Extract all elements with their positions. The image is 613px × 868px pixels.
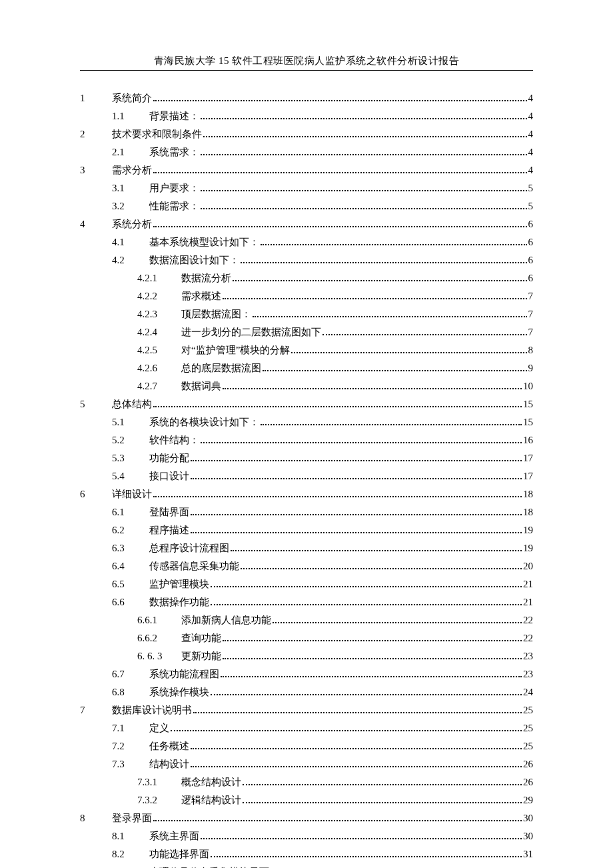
toc-leader-dots [211,586,522,587]
toc-row[interactable]: 6详细设计18 [80,485,533,503]
toc-page-number: 23 [523,647,533,665]
toc-page-number: 30 [523,827,533,845]
toc-row[interactable]: 5.2软件结构：16 [80,431,533,449]
toc-leader-dots [153,100,527,101]
toc-row[interactable]: 4.2.1数据流分析6 [80,269,533,287]
toc-row[interactable]: 6.5监护管理模块21 [80,575,533,593]
toc-row[interactable]: 3.2性能需求：5 [80,197,533,215]
toc-row[interactable]: 5.3功能分配17 [80,449,533,467]
toc-leader-dots [273,622,522,623]
toc-row[interactable]: 7.3.2逻辑结构设计29 [80,791,533,809]
toc-leader-dots [201,208,527,209]
toc-title: 数据流图设计如下： [149,251,239,269]
toc-row[interactable]: 6.6数据操作功能21 [80,593,533,611]
toc-row[interactable]: 4.2数据流图设计如下：6 [80,251,533,269]
toc-leader-dots [201,190,527,191]
toc-row[interactable]: 8.1系统主界面30 [80,827,533,845]
toc-row[interactable]: 4.2.6总的底层数据流图9 [80,359,533,377]
toc-page-number: 25 [523,701,533,719]
toc-row[interactable]: 6.4传感器信息采集功能20 [80,557,533,575]
toc-number: 5.1 [112,413,133,431]
toc-row[interactable]: 6. 6. 3更新功能23 [80,647,533,665]
toc-row[interactable]: 3需求分析4 [80,161,533,179]
document-page: 青海民族大学 15 软件工程班医院病人监护系统之软件分析设计报告 1系统简介41… [0,0,613,868]
toc-number: 4 [80,215,112,233]
toc-row[interactable]: 8登录界面30 [80,809,533,827]
toc-row[interactable]: 4.2.2需求概述7 [80,287,533,305]
toc-page-number: 21 [523,593,533,611]
toc-row[interactable]: 4.2.3顶层数据流图：7 [80,305,533,323]
toc-number: 4.2.5 [137,341,169,359]
toc-page-number: 4 [528,107,534,125]
toc-number: 3.2 [112,197,133,215]
toc-row[interactable]: 4.2.4进一步划分的二层数据流图如下7 [80,323,533,341]
toc-row[interactable]: 8.3生理信号信息采集模块界面31 [80,863,533,868]
toc-page-number: 23 [523,665,533,683]
toc-row[interactable]: 6.8系统操作模块24 [80,683,533,701]
toc-title: 系统简介 [112,89,152,107]
toc-number: 5.4 [112,467,133,485]
toc-number: 8 [80,809,112,827]
toc-leader-dots [193,712,522,713]
toc-leader-dots [261,424,522,425]
toc-leader-dots [211,694,522,695]
toc-leader-dots [211,604,522,605]
toc-row[interactable]: 6.7系统功能流程图23 [80,665,533,683]
toc-row[interactable]: 5.1系统的各模块设计如下：15 [80,413,533,431]
toc-title: 查询功能 [181,629,221,647]
toc-row[interactable]: 7数据库设计说明书25 [80,701,533,719]
toc-title: 对“监护管理”模块的分解 [181,341,290,359]
toc-number: 3.1 [112,179,133,197]
toc-row[interactable]: 7.2任务概述25 [80,737,533,755]
toc-row[interactable]: 5.4接口设计17 [80,467,533,485]
toc-page-number: 15 [523,395,533,413]
toc-title: 数据操作功能 [149,593,209,611]
toc-row[interactable]: 4.1基本系统模型设计如下：6 [80,233,533,251]
toc-title: 技术要求和限制条件 [112,125,202,143]
toc-leader-dots [221,676,522,677]
toc-row[interactable]: 8.2功能选择界面31 [80,845,533,863]
toc-row[interactable]: 6.6.2查询功能22 [80,629,533,647]
toc-number: 2.1 [112,143,133,161]
toc-leader-dots [223,298,527,299]
toc-row[interactable]: 4.2.7数据词典10 [80,377,533,395]
toc-leader-dots [201,118,527,119]
toc-row[interactable]: 4.2.5对“监护管理”模块的分解8 [80,341,533,359]
toc-page-number: 25 [523,737,533,755]
toc-row[interactable]: 2.1系统需求：4 [80,143,533,161]
toc-title: 功能分配 [149,449,189,467]
toc-page-number: 25 [523,719,533,737]
toc-row[interactable]: 1系统简介4 [80,89,533,107]
toc-number: 6.8 [112,683,133,701]
toc-row[interactable]: 6.1登陆界面18 [80,503,533,521]
toc-leader-dots [153,406,522,407]
toc-leader-dots [241,568,522,569]
toc-row[interactable]: 6.3总程序设计流程图19 [80,539,533,557]
toc-page-number: 22 [523,629,533,647]
toc-leader-dots [153,226,527,227]
toc-row[interactable]: 1.1背景描述：4 [80,107,533,125]
toc-page-number: 6 [528,251,534,269]
toc-title: 进一步划分的二层数据流图如下 [181,323,321,341]
toc-number: 6.5 [112,575,133,593]
toc-row[interactable]: 4系统分析6 [80,215,533,233]
toc-number: 4.2.6 [137,359,169,377]
toc-number: 6. 6. 3 [137,647,169,665]
toc-row[interactable]: 5总体结构15 [80,395,533,413]
toc-leader-dots [203,136,527,137]
toc-number: 5 [80,395,112,413]
toc-row[interactable]: 6.2程序描述19 [80,521,533,539]
toc-page-number: 7 [528,287,534,305]
toc-title: 概念结构设计 [181,773,241,791]
toc-page-number: 10 [523,377,533,395]
toc-row[interactable]: 6.6.1添加新病人信息功能22 [80,611,533,629]
toc-number: 1 [80,89,112,107]
toc-row[interactable]: 3.1用户要求：5 [80,179,533,197]
toc-leader-dots [231,550,522,551]
toc-row[interactable]: 7.1定义25 [80,719,533,737]
toc-page-number: 18 [523,485,533,503]
toc-number: 4.1 [112,233,133,251]
toc-row[interactable]: 2技术要求和限制条件4 [80,125,533,143]
toc-row[interactable]: 7.3.1概念结构设计26 [80,773,533,791]
toc-row[interactable]: 7.3结构设计26 [80,755,533,773]
